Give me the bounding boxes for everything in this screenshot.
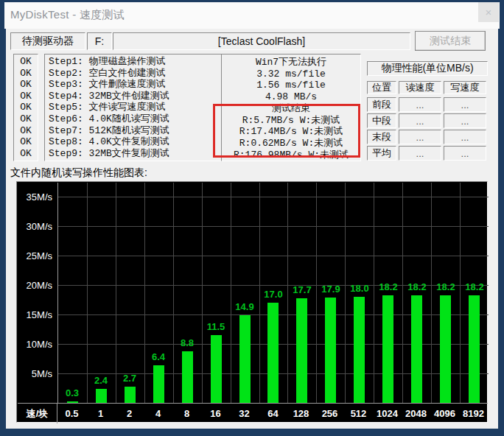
bar-value-label: 14.9 bbox=[228, 301, 261, 312]
bar-value-label: 2.4 bbox=[85, 375, 117, 386]
h-gridline bbox=[58, 197, 489, 197]
bar bbox=[296, 298, 307, 403]
v-gridline bbox=[231, 183, 231, 403]
y-tick-label: 25M/s bbox=[18, 250, 52, 261]
step-item: Step6: 4.0K随机读写测试 bbox=[49, 113, 221, 125]
step-item: Step7: 512K随机读写测试 bbox=[49, 125, 221, 137]
x-tick-label: 512 bbox=[344, 404, 373, 423]
table-value-cell: ... bbox=[399, 97, 441, 112]
step-status: OK bbox=[14, 125, 38, 137]
step-status-panel: OKOKOKOKOKOKOKOKOK bbox=[13, 54, 38, 161]
chart-title: 文件内随机读写操作性能图表: bbox=[10, 166, 147, 180]
table-header-cell: 位置 bbox=[367, 81, 396, 94]
bar bbox=[325, 298, 336, 403]
bar-value-label: 17.7 bbox=[286, 284, 318, 295]
x-tick-label: 128 bbox=[287, 404, 315, 423]
bar-value-label: 17.0 bbox=[257, 289, 290, 300]
table-value-cell: ... bbox=[399, 130, 441, 144]
step-status: OK bbox=[14, 148, 38, 160]
table-row-label: 末段 bbox=[367, 130, 396, 144]
v-gridline bbox=[460, 183, 461, 403]
x-tick-label: 4 bbox=[144, 404, 172, 423]
table-value-cell: ... bbox=[399, 146, 441, 161]
step-status: OK bbox=[14, 136, 38, 148]
x-tick-label: 1024 bbox=[373, 404, 402, 423]
x-tick-label: 8192 bbox=[459, 404, 488, 423]
v-gridline bbox=[116, 183, 116, 403]
bar bbox=[382, 295, 393, 403]
step-item: Step8: 4.0K文件复制测试 bbox=[49, 136, 221, 148]
drive-letter-box[interactable]: F: bbox=[87, 32, 112, 50]
y-tick-label: 15M/s bbox=[18, 309, 52, 320]
chart-x-axis: 速/块 0.5124816326412825651210242048409681… bbox=[18, 403, 488, 423]
step-status: OK bbox=[14, 56, 38, 68]
drive-name-box: [Teclast CoolFlash] bbox=[113, 32, 410, 50]
bar-value-label: 11.5 bbox=[200, 321, 232, 332]
v-gridline bbox=[144, 183, 145, 403]
table-row-label: 前段 bbox=[367, 97, 396, 112]
bar bbox=[354, 297, 365, 403]
x-tick-label: 2 bbox=[115, 404, 144, 423]
step-status: OK bbox=[14, 79, 38, 91]
result-line: Win7下无法执行 bbox=[222, 57, 360, 68]
chart-plot: 0.32.42.76.48.811.514.917.017.717.918.01… bbox=[57, 183, 489, 403]
bar bbox=[469, 295, 480, 403]
bar-value-label: 18.2 bbox=[430, 281, 462, 292]
y-tick-label: 20M/s bbox=[18, 280, 52, 291]
bar-value-label: 17.9 bbox=[315, 284, 347, 295]
step-item: Step1: 物理磁盘操作测试 bbox=[49, 56, 221, 68]
x-tick-label: 2048 bbox=[402, 404, 430, 423]
step-item: Step2: 空白文件创建测试 bbox=[49, 68, 221, 80]
x-tick-label: 0.5 bbox=[57, 404, 86, 423]
step-item: Step3: 文件删除速度测试 bbox=[49, 79, 221, 91]
table-value-cell: ... bbox=[444, 130, 486, 144]
table-value-cell: ... bbox=[399, 113, 441, 128]
highlight-rectangle bbox=[213, 104, 360, 158]
performance-chart: 5M/s10M/s15M/s20M/s25M/s30M/s35M/s 0.32.… bbox=[16, 181, 488, 423]
bar-value-label: 6.4 bbox=[142, 351, 175, 362]
y-tick-label: 30M/s bbox=[18, 221, 52, 232]
y-tick-label: 35M/s bbox=[18, 191, 52, 203]
chart-corner-label: 速/块 bbox=[18, 404, 57, 423]
bar bbox=[239, 315, 251, 403]
x-tick-label: 8 bbox=[172, 404, 201, 423]
chart-canvas: 5M/s10M/s15M/s20M/s25M/s30M/s35M/s 0.32.… bbox=[18, 183, 488, 423]
table-header-cell: 写速度 bbox=[444, 81, 486, 94]
step-status: OK bbox=[14, 102, 38, 113]
x-tick-label: 32 bbox=[230, 404, 259, 423]
close-icon[interactable]: × bbox=[478, 2, 499, 22]
y-tick-label: 10M/s bbox=[18, 339, 52, 350]
bar-value-label: 18.2 bbox=[458, 281, 491, 292]
table-row-label: 平均 bbox=[367, 146, 396, 161]
step-item: Step9: 32MB文件复制测试 bbox=[49, 148, 221, 160]
bar bbox=[153, 365, 164, 403]
bar-value-label: 2.7 bbox=[113, 373, 146, 384]
table-value-cell: ... bbox=[444, 97, 486, 112]
bar bbox=[211, 335, 222, 403]
v-gridline bbox=[202, 183, 203, 403]
step-status: OK bbox=[14, 68, 38, 80]
h-gridline bbox=[58, 256, 489, 256]
step-status: OK bbox=[14, 113, 38, 125]
table-value-cell: ... bbox=[444, 146, 486, 161]
bar bbox=[267, 303, 279, 403]
v-gridline bbox=[173, 183, 174, 403]
bar-value-label: 18.2 bbox=[401, 281, 433, 292]
h-gridline bbox=[58, 226, 489, 227]
x-tick-label: 64 bbox=[259, 404, 287, 423]
window-title: MyDiskTest - 速度测试 bbox=[10, 8, 125, 22]
v-gridline bbox=[431, 183, 432, 403]
step-item: Step4: 32MB文件创建测试 bbox=[49, 91, 221, 102]
bar-value-label: 0.3 bbox=[56, 387, 88, 398]
x-tick-label: 1 bbox=[86, 404, 115, 423]
finish-test-button[interactable]: 测试结束 bbox=[415, 31, 486, 51]
bar bbox=[125, 387, 136, 403]
table-header-cell: 读速度 bbox=[399, 81, 441, 94]
bar-value-label: 8.8 bbox=[171, 337, 203, 348]
client-area: 待测驱动器 F: [Teclast CoolFlash] 测试结束 OKOKOK… bbox=[6, 29, 498, 429]
x-tick-label: 16 bbox=[201, 404, 230, 423]
v-gridline bbox=[402, 183, 403, 403]
step-status: OK bbox=[14, 91, 38, 102]
app-window: MyDiskTest - 速度测试 × 待测驱动器 F: [Teclast Co… bbox=[0, 0, 504, 436]
result-line: 1.56 ms/file bbox=[222, 80, 360, 91]
